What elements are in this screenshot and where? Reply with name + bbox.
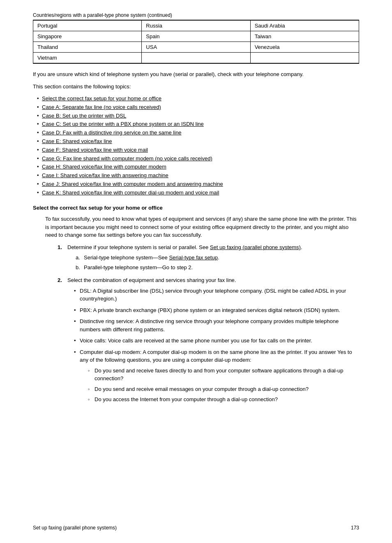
topic-link[interactable]: Case A: Separate fax line (no voice call… (42, 104, 161, 110)
bullet-item: Distinctive ring service: A distinctive … (74, 317, 359, 333)
section-heading: Select the correct fax setup for your ho… (33, 204, 359, 212)
topic-link[interactable]: Case F: Shared voice/fax line with voice… (42, 147, 148, 153)
topic-item[interactable]: Case A: Separate fax line (no voice call… (37, 103, 359, 112)
bullet-item: PBX: A private branch exchange (PBX) pho… (74, 306, 359, 314)
topic-link[interactable]: Case D: Fax with a distinctive ring serv… (42, 129, 182, 136)
sub-bullet-item: Do you access the Internet from your com… (88, 395, 359, 404)
footer-right: 173 (351, 525, 359, 531)
numbered-list: 1.Determine if your telephone system is … (45, 243, 359, 407)
item-content: Select the combination of equipment and … (67, 276, 359, 407)
topic-item[interactable]: Case C: Set up the printer with a PBX ph… (37, 120, 359, 129)
alpha-item: b. Parallel-type telephone system—Go to … (76, 263, 359, 272)
item-number: 1. (58, 243, 67, 273)
topic-link[interactable]: Case C: Set up the printer with a PBX ph… (42, 121, 204, 127)
topic-item[interactable]: Case E: Shared voice/fax line (37, 137, 359, 146)
topic-link[interactable]: Case H: Shared voice/fax line with compu… (42, 164, 166, 170)
topic-item[interactable]: Case B: Set up the printer with DSL (37, 112, 359, 120)
topic-item[interactable]: Case D: Fax with a distinctive ring serv… (37, 129, 359, 137)
bullet-item: Computer dial-up modem: A computer dial-… (74, 348, 359, 404)
bullet-item: Voice calls: Voice calls are received at… (74, 337, 359, 345)
topic-link[interactable]: Case I: Shared voice/fax line with answe… (42, 172, 168, 178)
footer: Set up faxing (parallel phone systems) 1… (0, 525, 392, 531)
table-cell: Singapore (33, 31, 142, 42)
numbered-item: 2.Select the combination of equipment an… (58, 276, 359, 407)
topic-link[interactable]: Case B: Set up the printer with DSL (42, 113, 126, 119)
intro-para-1: If you are unsure which kind of telephon… (33, 70, 359, 79)
bullet-item: DSL: A Digital subscriber line (DSL) ser… (74, 287, 359, 303)
table-cell: Spain (142, 31, 250, 42)
table-cell: Saudi Arabia (250, 20, 359, 31)
intro-para-2: This section contains the following topi… (33, 83, 359, 91)
topic-link[interactable]: Case J: Shared voice/fax line with compu… (42, 181, 223, 187)
alpha-item: a. Serial-type telephone system—See Seri… (76, 254, 359, 262)
topic-item[interactable]: Case J: Shared voice/fax line with compu… (37, 180, 359, 189)
table-cell: Portugal (33, 20, 142, 31)
sub-bullet-item: Do you send and receive email messages o… (88, 385, 359, 393)
sub-bullet-item: Do you send and receive faxes directly t… (88, 367, 359, 383)
item-link[interactable]: Set up faxing (parallel phone systems) (210, 244, 301, 250)
table-cell (142, 53, 250, 64)
topic-link[interactable]: Select the correct fax setup for your ho… (42, 95, 161, 102)
table-cell: Thailand (33, 42, 142, 53)
table-cell (250, 53, 359, 64)
item-content: Determine if your telephone system is se… (67, 243, 359, 273)
alpha-link[interactable]: Serial-type fax setup (169, 254, 218, 261)
topic-link[interactable]: Case E: Shared voice/fax line (42, 138, 112, 144)
topic-item[interactable]: Select the correct fax setup for your ho… (37, 95, 359, 103)
topic-item[interactable]: Case I: Shared voice/fax line with answe… (37, 171, 359, 180)
topics-list: Select the correct fax setup for your ho… (33, 95, 359, 197)
topic-item[interactable]: Case K: Shared voice/fax line with compu… (37, 189, 359, 197)
caption: Countries/regions with a parallel-type p… (33, 12, 359, 18)
countries-table: PortugalRussiaSaudi ArabiaSingaporeSpain… (33, 20, 359, 64)
topic-item[interactable]: Case F: Shared voice/fax line with voice… (37, 146, 359, 155)
table-cell: Venezuela (250, 42, 359, 53)
section-intro-para: To fax successfully, you need to know wh… (45, 215, 359, 239)
topic-item[interactable]: Case H: Shared voice/fax line with compu… (37, 163, 359, 171)
footer-left: Set up faxing (parallel phone systems) (33, 525, 117, 531)
table-cell: USA (142, 42, 250, 53)
topic-item[interactable]: Case G: Fax line shared with computer mo… (37, 155, 359, 163)
table-cell: Russia (142, 20, 250, 31)
item-number: 2. (58, 276, 67, 407)
topic-link[interactable]: Case G: Fax line shared with computer mo… (42, 155, 212, 162)
table-cell: Vietnam (33, 53, 142, 64)
numbered-item: 1.Determine if your telephone system is … (58, 243, 359, 273)
table-cell: Taiwan (250, 31, 359, 42)
topic-link[interactable]: Case K: Shared voice/fax line with compu… (42, 189, 219, 196)
